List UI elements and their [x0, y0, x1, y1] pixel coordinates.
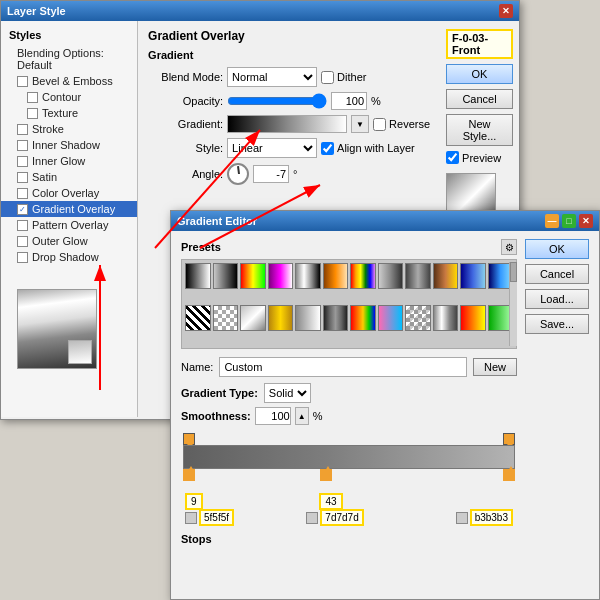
opacity-slider[interactable] [227, 93, 327, 109]
preset-swatch-copper[interactable] [433, 263, 459, 289]
ge-cancel-btn[interactable]: Cancel [525, 264, 589, 284]
ge-save-btn[interactable]: Save... [525, 314, 589, 334]
sidebar-item-color-overlay[interactable]: Color Overlay [1, 185, 137, 201]
stop-color-43: 7d7d7d [306, 509, 363, 526]
preset-swatch-trans[interactable] [213, 263, 239, 289]
reverse-checkbox[interactable] [373, 118, 386, 131]
type-select[interactable]: Solid [264, 383, 311, 403]
ge-load-btn[interactable]: Load... [525, 289, 589, 309]
presets-header: Presets ⚙ [181, 239, 517, 255]
preset-swatch-graywhite[interactable] [295, 305, 321, 331]
gradient-dropdown-btn[interactable]: ▼ [351, 115, 369, 133]
layer-style-close-btn[interactable]: ✕ [499, 4, 513, 18]
close-btn[interactable]: ✕ [579, 214, 593, 228]
dither-checkbox[interactable] [321, 71, 334, 84]
sidebar-item-stroke[interactable]: Stroke [1, 121, 137, 137]
preset-swatch-rg[interactable] [240, 263, 266, 289]
sidebar-item-inner-glow[interactable]: Inner Glow [1, 153, 137, 169]
blend-mode-select[interactable]: Normal [227, 67, 317, 87]
angle-input[interactable] [253, 165, 289, 183]
preset-swatch-darkgray[interactable] [323, 305, 349, 331]
sidebar-item-pattern-overlay[interactable]: Pattern Overlay [1, 217, 137, 233]
preview-checkbox[interactable] [446, 151, 459, 164]
preset-swatch-g2[interactable] [378, 263, 404, 289]
style-select[interactable]: Linear [227, 138, 317, 158]
sidebar-item-satin[interactable]: Satin [1, 169, 137, 185]
name-input[interactable] [219, 357, 467, 377]
inner-glow-checkbox[interactable] [17, 156, 28, 167]
outer-glow-checkbox[interactable] [17, 236, 28, 247]
opacity-input[interactable] [331, 92, 367, 110]
sidebar-item-drop-shadow[interactable]: Drop Shadow [1, 249, 137, 265]
stop-pos-label-0: 9 [185, 493, 203, 510]
smoothness-stepper[interactable]: ▲ [295, 407, 309, 425]
new-gradient-btn[interactable]: New [473, 358, 517, 376]
gradient-section-label: Gradient [148, 49, 430, 61]
smoothness-input[interactable] [255, 407, 291, 425]
color-stop-100[interactable] [503, 469, 515, 481]
stop-pos-label-43: 43 [319, 493, 342, 510]
gradient-preview[interactable] [227, 115, 347, 133]
preset-swatch-violet[interactable] [268, 263, 294, 289]
drop-shadow-checkbox[interactable] [17, 252, 28, 263]
minimize-btn[interactable]: — [545, 214, 559, 228]
preset-swatch-silver[interactable] [240, 305, 266, 331]
preset-swatch-checker[interactable] [213, 305, 239, 331]
stop-color-0: 5f5f5f [185, 509, 234, 526]
type-row: Gradient Type: Solid [181, 383, 517, 403]
align-layer-label: Align with Layer [337, 142, 415, 154]
cancel-button[interactable]: Cancel [446, 89, 513, 109]
preset-swatch-chrome[interactable] [295, 263, 321, 289]
blend-mode-row: Blend Mode: Normal Dither [148, 67, 430, 87]
preset-swatch-bw[interactable] [185, 263, 211, 289]
color-stop-43[interactable] [320, 469, 332, 481]
style-label: Style: [148, 142, 223, 154]
presets-scrollthumb[interactable] [510, 262, 517, 282]
stop-hex-100: b3b3b3 [470, 509, 513, 526]
color-stop-0[interactable] [183, 469, 195, 481]
bevel-checkbox[interactable] [17, 76, 28, 87]
contour-checkbox[interactable] [27, 92, 38, 103]
preset-swatch-pinkblue[interactable] [378, 305, 404, 331]
preset-swatch-orange[interactable] [323, 263, 349, 289]
preset-swatch-gold[interactable] [268, 305, 294, 331]
pattern-overlay-checkbox[interactable] [17, 220, 28, 231]
sidebar-item-inner-shadow[interactable]: Inner Shadow [1, 137, 137, 153]
presets-scrollbar[interactable] [509, 262, 517, 346]
ok-button[interactable]: OK [446, 64, 513, 84]
sidebar-item-gradient-overlay[interactable]: ✓ Gradient Overlay [1, 201, 137, 217]
align-layer-checkbox[interactable] [321, 142, 334, 155]
inner-shadow-checkbox[interactable] [17, 140, 28, 151]
preset-swatch-ry[interactable] [460, 305, 486, 331]
angle-dial[interactable] [227, 163, 249, 185]
sidebar-item-bevel[interactable]: Bevel & Emboss [1, 73, 137, 89]
gradient-bar[interactable] [183, 445, 515, 469]
new-style-button[interactable]: New Style... [446, 114, 513, 146]
preset-swatch-rainbow[interactable] [350, 263, 376, 289]
preset-swatch-mix[interactable] [433, 305, 459, 331]
maximize-btn[interactable]: □ [562, 214, 576, 228]
preset-swatch-g3[interactable] [405, 263, 431, 289]
preset-swatch-r2[interactable] [350, 305, 376, 331]
preset-swatch-stripe[interactable] [185, 305, 211, 331]
titlebar-controls: — □ ✕ [545, 214, 593, 228]
presets-gear-btn[interactable]: ⚙ [501, 239, 517, 255]
angle-row: Angle: ° [148, 163, 430, 185]
type-label: Gradient Type: [181, 387, 258, 399]
stop-color-100: b3b3b3 [456, 509, 513, 526]
sidebar-item-contour[interactable]: Contour [1, 89, 137, 105]
stroke-checkbox[interactable] [17, 124, 28, 135]
stop-info-area: 9 43 5f5f5f 7d7d7d [185, 493, 513, 529]
opacity-stop-left[interactable] [183, 433, 195, 445]
texture-checkbox[interactable] [27, 108, 38, 119]
sidebar-item-texture[interactable]: Texture [1, 105, 137, 121]
sidebar-item-blending[interactable]: Blending Options: Default [1, 45, 137, 73]
preset-swatch-blue[interactable] [460, 263, 486, 289]
color-overlay-checkbox[interactable] [17, 188, 28, 199]
satin-checkbox[interactable] [17, 172, 28, 183]
sidebar-item-outer-glow[interactable]: Outer Glow [1, 233, 137, 249]
gradient-overlay-checkbox[interactable]: ✓ [17, 204, 28, 215]
opacity-stop-right[interactable] [503, 433, 515, 445]
ge-ok-btn[interactable]: OK [525, 239, 589, 259]
preset-swatch-diag[interactable] [405, 305, 431, 331]
